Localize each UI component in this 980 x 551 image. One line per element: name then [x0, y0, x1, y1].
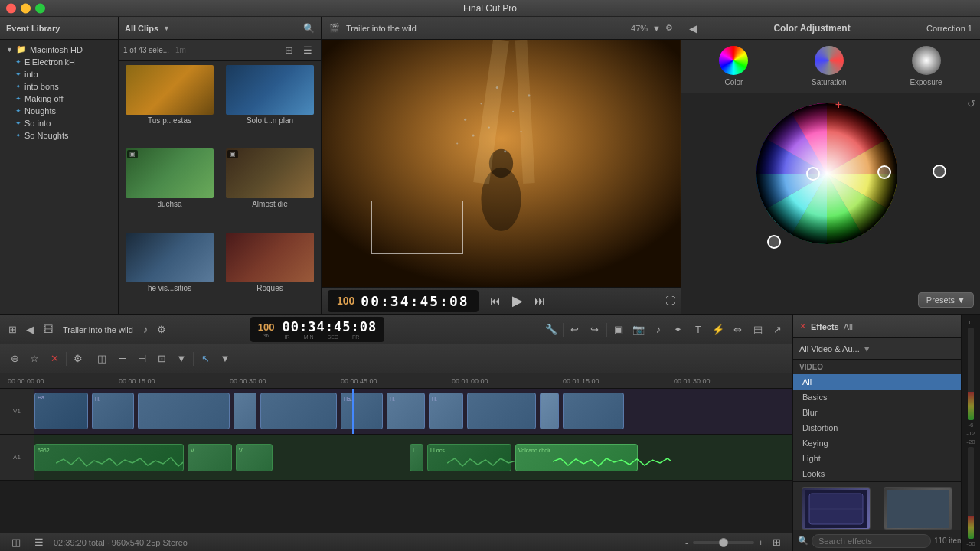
add-color-button[interactable]: +	[835, 98, 842, 112]
color-wheel-canvas[interactable]	[688, 99, 967, 249]
tree-item-into[interactable]: ✦ into	[0, 68, 118, 80]
settings-icon[interactable]: ⚙	[665, 23, 673, 33]
connect-icon[interactable]: ◫	[93, 350, 110, 367]
tree-item-makingoff[interactable]: ✦ Making off	[0, 93, 118, 105]
effects-search-input[interactable]	[812, 534, 931, 548]
video-clip[interactable]	[138, 393, 230, 429]
tree-item-electronikh[interactable]: ✦ ElElectronikH	[0, 56, 118, 68]
timeline-back-button[interactable]: ◀	[24, 321, 36, 337]
tree-item-noughts[interactable]: ✦ Noughts	[0, 105, 118, 117]
video-clip[interactable]: Ha...	[34, 393, 88, 429]
category-all[interactable]: All	[793, 374, 961, 390]
zoom-dropdown-icon[interactable]: ▼	[652, 24, 661, 33]
clip-item[interactable]: he vis...sitios	[120, 230, 219, 312]
effects-close-button[interactable]: ✕	[799, 321, 806, 331]
magnetic-tool-icon[interactable]: 🔧	[543, 321, 560, 338]
clip-item[interactable]: Roques	[220, 230, 319, 312]
inspector-icon[interactable]: ☰	[31, 534, 47, 551]
effect-50s-tv[interactable]: 50s TV	[796, 485, 876, 530]
browser-icon[interactable]: ◫	[8, 534, 24, 551]
append-icon[interactable]: ⊣	[133, 350, 150, 367]
transform-icon[interactable]: ⇔	[730, 321, 746, 338]
zoom-slider[interactable]	[693, 541, 754, 544]
reset-color-button[interactable]: ↺	[967, 98, 975, 109]
tree-item-macintosh[interactable]: ▼ 📁 Macintosh HD	[0, 43, 118, 56]
video-clip[interactable]	[260, 393, 337, 429]
tree-item-intobons[interactable]: ✦ into bons	[0, 80, 118, 93]
video-clip[interactable]: Ha...	[341, 393, 383, 429]
fullscreen-button[interactable]: ⛶	[665, 295, 675, 306]
effects-filter-label[interactable]: All Video & Au...	[799, 344, 860, 354]
video-clip[interactable]	[234, 393, 256, 429]
overwrite-icon[interactable]: ⊡	[153, 350, 170, 367]
video-clip[interactable]: H.	[429, 393, 463, 429]
audio-clip[interactable]: V.	[236, 444, 273, 471]
video-clip[interactable]	[540, 393, 559, 429]
fit-to-window-icon[interactable]: ⊞	[768, 534, 785, 551]
category-light[interactable]: Light	[793, 451, 961, 466]
category-distortion[interactable]: Distortion	[793, 420, 961, 435]
audio-icon[interactable]: ♪	[650, 321, 667, 338]
bookmark-icon[interactable]: ☆	[26, 350, 43, 367]
trim-tool-icon[interactable]: ▼	[217, 350, 234, 367]
redo-icon[interactable]: ↪	[586, 321, 603, 338]
grid-view-icon[interactable]: ⊞	[280, 42, 297, 59]
presets-button[interactable]: Presets ▼	[918, 292, 974, 308]
zoom-in-icon[interactable]: +	[759, 538, 763, 547]
category-blur[interactable]: Blur	[793, 405, 961, 420]
zoom-out-icon[interactable]: -	[685, 538, 688, 547]
play-button[interactable]: ▶	[512, 292, 523, 309]
search-icon[interactable]: 🔍	[303, 23, 315, 34]
video-icon[interactable]: ▣	[610, 321, 627, 338]
preview-viewport[interactable]	[322, 40, 681, 287]
copy-icon[interactable]: ⊕	[6, 350, 23, 367]
category-looks[interactable]: Looks	[793, 466, 961, 481]
color-tool-exposure[interactable]: Exposure	[910, 46, 942, 86]
effects-tab-all[interactable]: All	[844, 322, 853, 331]
filter-dropdown-icon[interactable]: ▼	[863, 344, 871, 354]
audio-clip[interactable]: 6952...	[34, 444, 184, 471]
category-keying[interactable]: Keying	[793, 435, 961, 451]
video-clip[interactable]: H.	[92, 393, 134, 429]
clip-item[interactable]: Solo t...n plan	[220, 63, 319, 145]
clip-item[interactable]: ▣ Almost die	[220, 146, 319, 228]
zoom-thumb[interactable]	[719, 538, 728, 547]
clips-dropdown-icon[interactable]: ▼	[163, 24, 170, 32]
category-basics[interactable]: Basics	[793, 390, 961, 405]
audio-clip[interactable]: I	[410, 444, 423, 471]
text-icon[interactable]: T	[690, 321, 707, 338]
audio-clip[interactable]: Volcano choir	[515, 444, 638, 471]
color-tool-saturation[interactable]: Saturation	[812, 46, 847, 86]
share-icon[interactable]: ↗	[769, 321, 786, 338]
maximize-button[interactable]	[35, 3, 45, 13]
audio-level-icon[interactable]: ▤	[750, 321, 766, 338]
camera-icon[interactable]: 📷	[630, 321, 647, 338]
select-tool-icon[interactable]: ↖	[197, 350, 214, 367]
rewind-button[interactable]: ⏮	[490, 295, 501, 307]
transition-icon[interactable]: ✦	[670, 321, 687, 338]
color-tool-color[interactable]: Color	[719, 46, 748, 86]
reject-icon[interactable]: ✕	[46, 350, 63, 367]
tree-item-sonoughts[interactable]: ✦ So Noughts	[0, 129, 118, 142]
minimize-button[interactable]	[21, 3, 31, 13]
timeline-list-button[interactable]: ⊞	[6, 321, 19, 337]
video-clip[interactable]: H.	[387, 393, 425, 429]
video-clip[interactable]	[563, 393, 624, 429]
prev-correction-button[interactable]: ◀	[689, 22, 697, 34]
clip-item[interactable]: Tus p...estas	[120, 63, 219, 145]
lift-icon[interactable]: ▼	[173, 350, 190, 367]
match-icon[interactable]: ⚙	[70, 350, 87, 367]
timeline-settings-icon[interactable]: ⚙	[155, 321, 168, 337]
audio-clip[interactable]: V...	[188, 444, 232, 471]
timeline-audio-icon[interactable]: ♪	[141, 321, 151, 337]
fast-forward-button[interactable]: ⏭	[534, 295, 545, 307]
insert-icon[interactable]: ⊢	[113, 350, 130, 367]
video-clip[interactable]	[467, 393, 536, 429]
generator-icon[interactable]: ⚡	[710, 321, 727, 338]
tree-item-sointo[interactable]: ✦ So into	[0, 117, 118, 129]
list-view-icon[interactable]: ☰	[299, 42, 316, 59]
clip-item[interactable]: ▣ duchsa	[120, 146, 219, 228]
close-button[interactable]	[6, 3, 16, 13]
effect-add-noise[interactable]: Add Noise	[879, 485, 959, 530]
audio-clip[interactable]: LLocs	[427, 444, 511, 471]
